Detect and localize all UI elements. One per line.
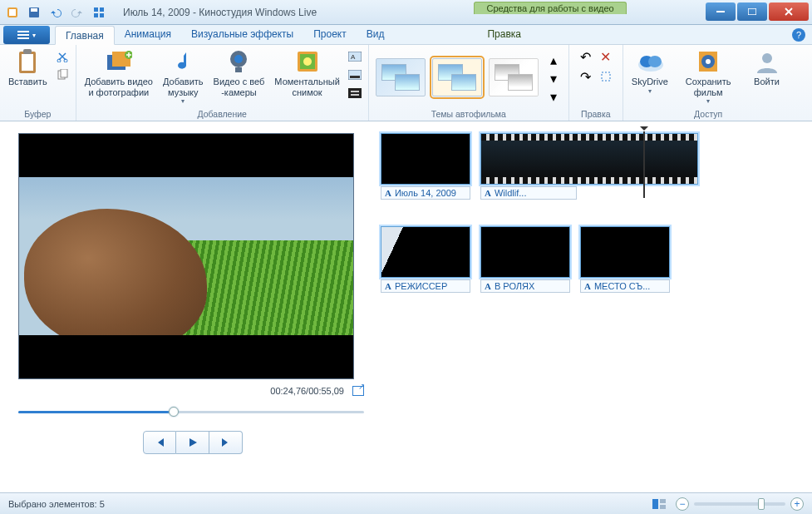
clip-wildlife[interactable]: AWildlif... — [480, 133, 698, 200]
svg-rect-36 — [602, 72, 610, 81]
group-edit: ↶✕ ↷ Правка — [569, 45, 623, 121]
fullscreen-icon[interactable] — [352, 386, 364, 396]
add-caption-icon[interactable] — [347, 67, 363, 83]
tab-project[interactable]: Проект — [303, 25, 357, 44]
group-themes: ▴ ▾ ▾ Темы автофильма — [369, 45, 569, 121]
skydrive-button[interactable]: SkyDrive▾ — [628, 47, 672, 96]
svg-rect-10 — [17, 31, 29, 32]
svg-rect-6 — [94, 13, 98, 17]
preview-pane: 00:24,76/00:55,09 — [0, 121, 376, 492]
window-close-button[interactable] — [769, 2, 809, 21]
zoom-out-button[interactable]: − — [676, 497, 689, 511]
snapshot-icon — [294, 48, 321, 75]
add-title-icon[interactable]: A — [347, 48, 363, 65]
tab-view[interactable]: Вид — [357, 25, 395, 44]
snapshot-button[interactable]: Моментальный снимок — [271, 47, 342, 99]
tab-edit-video[interactable]: Правка — [467, 25, 541, 44]
themes-scroll-down-icon[interactable]: ▾ — [545, 70, 562, 86]
svg-rect-3 — [31, 8, 37, 12]
window-title: Июль 14, 2009 - Киностудия Windows Live — [111, 0, 328, 24]
svg-text:A: A — [351, 53, 356, 61]
svg-rect-44 — [652, 499, 658, 509]
music-note-icon — [170, 48, 196, 75]
tab-effects[interactable]: Визуальные эффекты — [181, 25, 303, 44]
svg-rect-11 — [17, 34, 29, 36]
svg-rect-12 — [17, 37, 29, 39]
add-media-button[interactable]: Добавить видео и фотографии — [81, 47, 156, 99]
timeline-playhead[interactable] — [643, 131, 645, 198]
qat-save-icon[interactable] — [25, 3, 43, 22]
group-share: SkyDrive▾ Сохранить фильм▾ Войти Доступ — [623, 45, 794, 121]
qat-undo-icon[interactable] — [47, 3, 65, 22]
delete-icon[interactable]: ✕ — [598, 48, 614, 65]
clip-cast[interactable]: AВ РОЛЯХ — [480, 226, 570, 293]
rotate-left-icon[interactable]: ↶ — [578, 48, 594, 65]
file-menu-button[interactable]: ▾ — [3, 26, 50, 44]
svg-rect-34 — [351, 91, 359, 92]
theme-option-3[interactable] — [489, 58, 539, 96]
add-music-button[interactable]: Добавить музыку▾ — [160, 47, 207, 106]
prev-frame-button[interactable] — [143, 431, 176, 454]
clipboard-icon — [14, 48, 41, 75]
svg-rect-15 — [23, 49, 32, 54]
save-movie-button[interactable]: Сохранить фильм▾ — [682, 47, 735, 106]
storyboard[interactable]: AИюль 14, 2009 AWildlif... AРЕЖИССЕР AВ … — [376, 121, 812, 492]
seek-slider[interactable] — [18, 404, 364, 419]
selection-status: Выбрано элементов: 5 — [8, 499, 105, 509]
film-reel-icon — [695, 48, 721, 75]
tab-animation[interactable]: Анимация — [115, 25, 181, 44]
skydrive-icon — [637, 48, 663, 75]
signin-button[interactable]: Войти — [746, 47, 789, 89]
svg-point-24 — [234, 55, 243, 63]
clip-title[interactable]: AИюль 14, 2009 — [381, 133, 470, 200]
workspace: 00:24,76/00:55,09 AИюль 14, 2009 AWildli… — [0, 121, 812, 492]
svg-rect-5 — [100, 7, 104, 12]
cut-icon[interactable] — [54, 48, 71, 65]
titlebar: Июль 14, 2009 - Киностудия Windows Live … — [0, 0, 812, 25]
help-icon[interactable]: ? — [792, 28, 805, 42]
tab-home[interactable]: Главная — [55, 26, 115, 45]
zoom-in-button[interactable]: + — [790, 497, 804, 511]
svg-rect-14 — [22, 54, 33, 71]
clip-location[interactable]: AМЕСТО СЪ... — [580, 226, 670, 293]
svg-rect-4 — [94, 7, 98, 12]
svg-rect-33 — [348, 88, 362, 98]
rotate-right-icon[interactable]: ↷ — [578, 68, 594, 85]
qat-redo-icon[interactable] — [68, 3, 86, 22]
qat-customize-icon[interactable] — [90, 3, 108, 22]
paste-button[interactable]: Вставить — [5, 47, 51, 89]
svg-rect-46 — [660, 505, 666, 509]
window-maximize-button[interactable] — [737, 2, 767, 21]
qat-app-icon[interactable] — [3, 3, 22, 22]
zoom-slider[interactable] — [694, 502, 785, 506]
svg-rect-1 — [9, 9, 16, 16]
add-credits-icon[interactable] — [347, 85, 363, 101]
theme-option-1[interactable] — [376, 58, 426, 96]
view-toggle-icon[interactable] — [651, 496, 667, 512]
svg-rect-9 — [748, 8, 756, 15]
play-button[interactable] — [176, 431, 209, 454]
svg-rect-8 — [716, 11, 725, 12]
svg-point-28 — [303, 57, 312, 66]
add-media-icon — [106, 48, 132, 75]
preview-player[interactable] — [18, 133, 354, 379]
copy-icon[interactable] — [54, 67, 71, 83]
select-all-icon[interactable] — [598, 68, 614, 85]
svg-rect-31 — [348, 70, 362, 80]
window-minimize-button[interactable] — [706, 2, 736, 21]
webcam-button[interactable]: Видео с веб -камеры — [210, 47, 268, 99]
svg-rect-25 — [235, 67, 242, 72]
svg-point-43 — [762, 53, 772, 63]
svg-rect-45 — [660, 499, 666, 503]
next-frame-button[interactable] — [209, 431, 243, 454]
status-bar: Выбрано элементов: 5 − + — [0, 492, 812, 514]
themes-scroll-up-icon[interactable]: ▴ — [545, 52, 562, 68]
clip-director[interactable]: AРЕЖИССЕР — [381, 226, 470, 293]
contextual-tab-header: Средства для работы с видео — [474, 0, 626, 24]
theme-option-2[interactable] — [432, 58, 482, 96]
ribbon: Вставить Буфер Добавить видео и фотограф… — [0, 45, 812, 121]
svg-rect-35 — [351, 94, 359, 96]
ribbon-tabs: ▾ Главная Анимация Визуальные эффекты Пр… — [0, 25, 812, 45]
clip-row-2: AРЕЖИССЕР AВ РОЛЯХ AМЕСТО СЪ... — [381, 226, 802, 293]
themes-expand-icon[interactable]: ▾ — [545, 88, 562, 105]
